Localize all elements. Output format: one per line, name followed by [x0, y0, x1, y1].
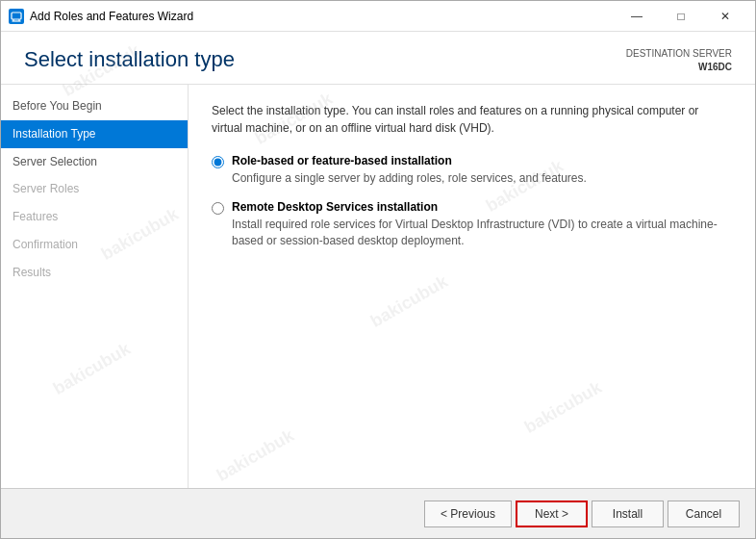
- sidebar: Before You Begin Installation Type Serve…: [1, 85, 189, 488]
- sidebar-item-confirmation: Confirmation: [1, 231, 188, 259]
- minimize-button[interactable]: —: [615, 1, 659, 32]
- svg-rect-0: [12, 13, 21, 19]
- install-button[interactable]: Install: [592, 500, 664, 527]
- main-content: Select the installation type. You can in…: [189, 85, 755, 488]
- wizard-window: Add Roles and Features Wizard — □ ✕ baki…: [0, 0, 756, 539]
- destination-label: DESTINATION SERVER: [626, 47, 732, 61]
- remote-desktop-title: Remote Desktop Services installation: [232, 200, 732, 214]
- page-title: Select installation type: [24, 47, 235, 72]
- description-text: Select the installation type. You can in…: [212, 102, 732, 137]
- app-icon: [9, 9, 24, 24]
- sidebar-item-before-you-begin[interactable]: Before You Begin: [1, 92, 188, 120]
- sidebar-item-features: Features: [1, 203, 188, 231]
- next-button[interactable]: Next >: [516, 500, 588, 527]
- body-layout: Before You Begin Installation Type Serve…: [1, 85, 755, 488]
- previous-button[interactable]: < Previous: [424, 500, 512, 527]
- window-title: Add Roles and Features Wizard: [30, 10, 615, 23]
- maximize-button[interactable]: □: [659, 1, 703, 32]
- destination-server-info: DESTINATION SERVER W16DC: [626, 47, 732, 74]
- server-name: W16DC: [626, 61, 732, 74]
- option-remote-desktop: Remote Desktop Services installation Ins…: [212, 200, 732, 249]
- title-bar: Add Roles and Features Wizard — □ ✕: [1, 1, 755, 32]
- remote-desktop-desc: Install required role services for Virtu…: [232, 218, 718, 247]
- role-based-title: Role-based or feature-based installation: [232, 154, 587, 167]
- close-button[interactable]: ✕: [703, 1, 747, 32]
- role-based-label[interactable]: Role-based or feature-based installation…: [232, 154, 587, 187]
- role-based-radio[interactable]: [212, 156, 224, 168]
- installation-options: Role-based or feature-based installation…: [212, 154, 732, 248]
- option-role-based: Role-based or feature-based installation…: [212, 154, 732, 187]
- page-header: Select installation type DESTINATION SER…: [1, 32, 755, 85]
- remote-desktop-radio[interactable]: [212, 202, 224, 215]
- cancel-button[interactable]: Cancel: [668, 500, 740, 527]
- remote-desktop-label[interactable]: Remote Desktop Services installation Ins…: [232, 200, 732, 249]
- footer: < Previous Next > Install Cancel: [1, 488, 755, 538]
- role-based-desc: Configure a single server by adding role…: [232, 171, 587, 185]
- sidebar-item-results: Results: [1, 259, 188, 287]
- sidebar-item-installation-type[interactable]: Installation Type: [1, 120, 188, 148]
- window-controls: — □ ✕: [615, 1, 747, 32]
- sidebar-item-server-selection[interactable]: Server Selection: [1, 148, 188, 176]
- sidebar-item-server-roles: Server Roles: [1, 175, 188, 203]
